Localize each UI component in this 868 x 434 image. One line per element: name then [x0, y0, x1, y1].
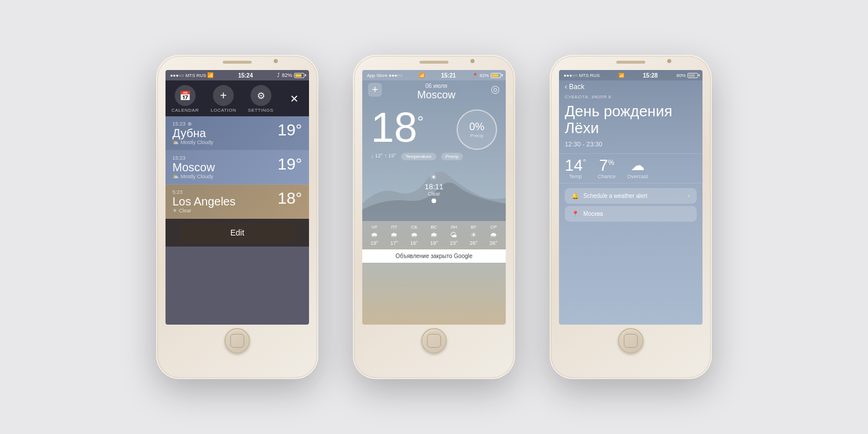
speaker-1 [223, 61, 252, 64]
home-button-1[interactable] [225, 328, 250, 354]
precip-value: 0% [469, 121, 484, 133]
iphone-bottom-2 [353, 328, 515, 359]
location-label: LOCATION [211, 108, 236, 113]
city-name-la: Los Angeles [172, 195, 236, 208]
forecast-day-0: ЧТ 🌧 19° [370, 225, 378, 246]
status-right-3: 80% [676, 73, 698, 78]
status-bar-2: App Store ●●●○○ 📶 15:21 📍82% [362, 70, 506, 80]
speaker-3 [616, 61, 645, 64]
pin-icon-p3: 📍 [572, 211, 579, 217]
iphone-bottom-1 [156, 328, 318, 359]
status-bar-1: ●●●○○ MTS RUS 📶 15:24 ⤴ 82% [165, 70, 309, 80]
p3-date-label: СУББОТА, ИЮЛЯ 8 [559, 93, 703, 101]
p3-chance-label: Chance [598, 174, 616, 179]
wifi-2: 📶 [419, 73, 425, 78]
sun-icon-p2: ☀ [430, 172, 437, 182]
tag-temperature[interactable]: Temperature [401, 153, 436, 160]
p2-graph: ☀ 18:11 Clear [362, 163, 506, 221]
city-left-la: 5:23 Los Angeles ☀ Clear [172, 189, 236, 214]
iphone-1: ●●●○○ MTS RUS 📶 15:24 ⤴ 82% 📅 CALENDAR +… [156, 55, 318, 379]
tag-precip[interactable]: Precip [441, 153, 464, 160]
target-icon[interactable]: ◎ [491, 83, 500, 95]
p3-chance-display: 7% [599, 157, 614, 174]
camera-3 [667, 59, 671, 63]
gear-icon: ⚙ [251, 85, 271, 106]
bell-icon: 🔔 [572, 193, 579, 199]
p3-chance-col: 7% Chance [598, 157, 616, 179]
add-button-p2[interactable]: + [368, 83, 382, 97]
carrier-3: ●●●○○ MTS RUS [564, 73, 599, 78]
iphone-bottom-3 [550, 328, 712, 359]
wifi-icon-1: 📶 [207, 72, 214, 78]
status-right-2: 📍82% [472, 73, 501, 78]
toolbar-location[interactable]: + LOCATION [211, 85, 236, 113]
p2-city: Moscow [417, 89, 455, 101]
forecast-day-6: СР 🌧 26° [490, 225, 498, 246]
temp-la: 18° [278, 189, 302, 208]
pct-3: % [608, 159, 615, 167]
carrier-2: App Store ●●●○○ [367, 73, 403, 78]
screen-2: App Store ●●●○○ 📶 15:21 📍82% + 06 июля M… [362, 70, 506, 325]
alert-label: Schedule a weather alert [583, 193, 648, 199]
city-left-dubna: 15:23 ⊕ Дубна ⛅ Mostly Cloudy [172, 121, 214, 145]
toolbar-settings[interactable]: ⚙ SETTINGS [248, 85, 274, 113]
close-button[interactable]: ✕ [285, 88, 303, 110]
p2-date: 06 июля [417, 83, 455, 89]
chevron-right-icon: › [688, 193, 690, 199]
city-item-dubna[interactable]: 15:23 ⊕ Дубна ⛅ Mostly Cloudy 19° [165, 116, 309, 150]
p2-sun-label: Clear [425, 191, 444, 197]
home-button-3[interactable] [618, 328, 643, 354]
precip-label: Precip [470, 133, 484, 138]
condition-dubna: ⛅ Mostly Cloudy [172, 139, 214, 145]
battery-fill-3 [689, 74, 695, 77]
toolbar-1: 📅 CALENDAR + LOCATION ⚙ SETTINGS ✕ [165, 80, 309, 116]
back-label: Back [569, 83, 584, 91]
city-name-dubna: Дубна [172, 127, 214, 139]
city-item-moscow[interactable]: 15:23 Moscow ⛅ Mostly Cloudy 19° [165, 150, 309, 185]
battery-pct-1: 82% [282, 72, 292, 78]
calendar-label: CALENDAR [171, 108, 199, 113]
p2-sun-time: 18:11 [425, 182, 444, 191]
p3-alert-action[interactable]: 🔔 Schedule a weather alert › [565, 188, 697, 204]
p3-event-title: День рождения Лёхи [559, 101, 703, 141]
p3-weather-row: 14° Temp 7% Chance ☁ Overcast [559, 154, 703, 183]
camera-1 [274, 59, 278, 63]
iphone-3: ●●●○○ MTS RUS 📶 15:28 80% ‹ Back СУББОТА… [550, 55, 712, 379]
edit-button[interactable]: Edit [179, 223, 295, 242]
time-1: 15:24 [238, 72, 253, 79]
status-left-1: ●●●○○ MTS RUS 📶 [170, 72, 214, 78]
calendar-icon: 📅 [175, 85, 196, 106]
p3-temp-val: 14° [565, 156, 586, 174]
temp-moscow: 19° [278, 155, 302, 174]
home-button-2[interactable] [421, 328, 447, 354]
plus-icon: + [213, 85, 234, 106]
battery-fill-1 [295, 74, 301, 77]
p2-precip-circle: 0% Precip [457, 109, 497, 150]
p3-location-action[interactable]: 📍 Москва [565, 206, 697, 222]
location-label-p3: Москва [583, 211, 603, 217]
time-2: 15:21 [441, 72, 456, 79]
p2-main: 18° 0% Precip [362, 104, 506, 153]
p3-temp-col: 14° Temp [565, 157, 586, 179]
p2-temp-big: 18° [371, 104, 424, 150]
city-item-la[interactable]: 5:23 Los Angeles ☀ Clear 18° [165, 185, 309, 219]
cloud-icon-dubna: ⛅ [172, 139, 179, 145]
p2-range: ↓ 12° ↑ 19° Temperature Precip [362, 153, 506, 163]
ad-text: Объявление закрыто Google [395, 253, 472, 259]
camera-2 [470, 59, 475, 63]
forecast-day-4: ЛН 🌤 23° [450, 225, 458, 246]
speaker-2 [420, 61, 448, 64]
p2-forecast: ЧТ 🌧 19° ПТ 🌧 17° СБ 🌧 16° ВС 🌧 19° ЛН [362, 221, 506, 249]
time-dubna: 15:23 ⊕ [172, 121, 214, 127]
toolbar-calendar[interactable]: 📅 CALENDAR [171, 85, 199, 113]
screen-3: ●●●○○ MTS RUS 📶 15:28 80% ‹ Back СУББОТА… [559, 70, 703, 325]
time-3: 15:28 [643, 72, 658, 79]
cloud-icon-moscow: ⛅ [172, 174, 179, 179]
forecast-day-1: ПТ 🌧 17° [391, 225, 399, 246]
p3-temp-label: Temp [569, 174, 582, 179]
carrier-1: ●●●○○ MTS RUS [170, 73, 206, 78]
iphone-top-bar-1 [156, 55, 318, 65]
back-button[interactable]: ‹ Back [559, 80, 703, 93]
edit-area: Edit [165, 219, 309, 247]
location-pin-icon: ⊕ [187, 121, 192, 127]
